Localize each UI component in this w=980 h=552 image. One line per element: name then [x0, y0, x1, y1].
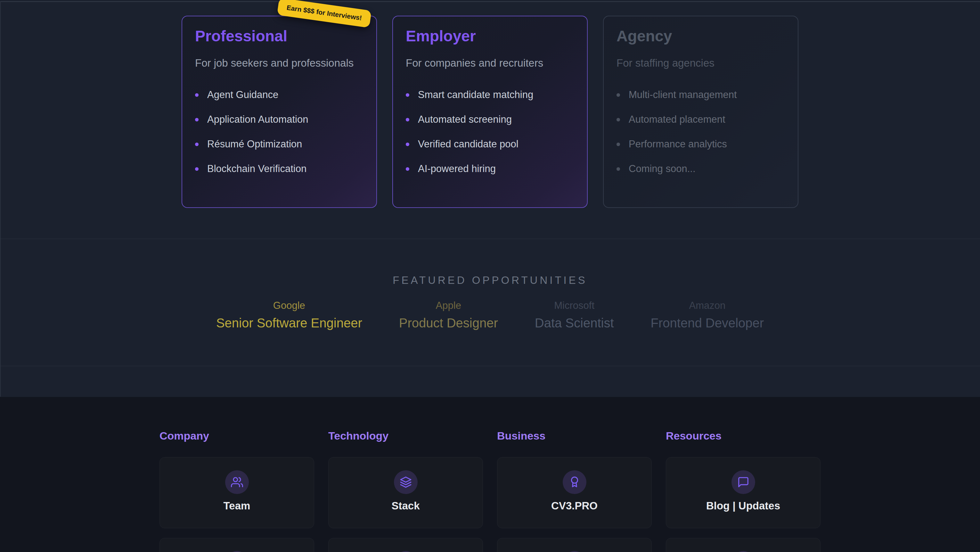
- users-icon: [225, 470, 249, 494]
- plan-title: Employer: [406, 27, 574, 45]
- bullet-dot-icon: [195, 118, 199, 121]
- plan-title: Professional: [195, 27, 363, 45]
- footer-card-team[interactable]: Team: [159, 457, 314, 528]
- feature-label: Automated screening: [418, 114, 512, 125]
- page: Earn $$$ for Interviews! Professional Fo…: [0, 0, 980, 552]
- plan-description: For staffing agencies: [617, 57, 785, 69]
- footer-card-blog[interactable]: Blog | Updates: [666, 457, 821, 528]
- feature-item: AI-powered hiring: [406, 163, 574, 175]
- bullet-dot-icon: [195, 142, 199, 146]
- bullet-dot-icon: [406, 118, 409, 121]
- featured-jobs-row: Google Senior Software Engineer Apple Pr…: [0, 300, 980, 330]
- bullet-dot-icon: [406, 93, 409, 97]
- bullet-dot-icon: [617, 167, 620, 171]
- feature-item: Résumé Optimization: [195, 139, 363, 150]
- footer-card-label: CV3.PRO: [551, 500, 598, 512]
- featured-opportunities-section: FEATURED OPPORTUNITIES Google Senior Sof…: [0, 239, 980, 366]
- bullet-dot-icon: [617, 93, 620, 97]
- plan-description: For companies and recruiters: [406, 57, 574, 69]
- footer-card-partial[interactable]: [328, 538, 483, 552]
- job-company: Google: [216, 300, 362, 311]
- plan-description: For job seekers and professionals: [195, 57, 363, 69]
- footer-card-partial[interactable]: [159, 538, 314, 552]
- footer-card-label: Team: [224, 500, 250, 512]
- footer-column-resources: Resources Blog | Updates: [666, 430, 821, 552]
- feature-item: Automated placement: [617, 114, 785, 125]
- bullet-dot-icon: [406, 167, 409, 171]
- layers-icon: [394, 470, 418, 494]
- job-company: Amazon: [651, 300, 764, 311]
- footer-card-partial[interactable]: [666, 538, 821, 552]
- pricing-section: Earn $$$ for Interviews! Professional Fo…: [0, 0, 980, 239]
- footer-card-stack[interactable]: Stack: [328, 457, 483, 528]
- left-section-border: [0, 1, 1, 397]
- feature-label: Agent Guidance: [207, 89, 278, 101]
- feature-item: Performance analytics: [617, 139, 785, 150]
- feature-label: Smart candidate matching: [418, 89, 533, 101]
- plan-card-professional[interactable]: Earn $$$ for Interviews! Professional Fo…: [181, 16, 377, 208]
- bullet-dot-icon: [617, 118, 620, 121]
- spacer-strip: [0, 366, 980, 397]
- footer-heading: Resources: [666, 430, 821, 442]
- footer-card-partial[interactable]: [497, 538, 652, 552]
- top-divider: [0, 1, 980, 2]
- bullet-dot-icon: [617, 142, 620, 146]
- bullet-dot-icon: [195, 167, 199, 171]
- footer-heading: Technology: [328, 430, 483, 442]
- feature-item: Smart candidate matching: [406, 89, 574, 101]
- job-role: Frontend Developer: [651, 316, 764, 330]
- feature-label: Performance analytics: [629, 139, 727, 150]
- feature-label: Résumé Optimization: [207, 139, 302, 150]
- plan-title: Agency: [617, 27, 785, 45]
- job-role: Senior Software Engineer: [216, 316, 362, 330]
- footer-heading: Business: [497, 430, 652, 442]
- feature-label: AI-powered hiring: [418, 163, 496, 175]
- footer-card-cv3pro[interactable]: CV3.PRO: [497, 457, 652, 528]
- feature-item: Coming soon...: [617, 163, 785, 175]
- earn-badge: Earn $$$ for Interviews!: [277, 0, 372, 28]
- job-company: Apple: [399, 300, 498, 311]
- plan-feature-list: Smart candidate matching Automated scree…: [406, 89, 574, 175]
- feature-item: Verified candidate pool: [406, 139, 574, 150]
- feature-label: Multi-client management: [629, 89, 737, 101]
- footer-card-label: Stack: [391, 500, 420, 512]
- feature-item: Multi-client management: [617, 89, 785, 101]
- footer-column-company: Company Team: [159, 430, 314, 552]
- job-item-apple[interactable]: Apple Product Designer: [399, 300, 498, 330]
- job-item-google[interactable]: Google Senior Software Engineer: [216, 300, 362, 330]
- plan-card-agency: Agency For staffing agencies Multi-clien…: [603, 16, 799, 208]
- plan-cards-row: Earn $$$ for Interviews! Professional Fo…: [181, 16, 799, 208]
- job-item-amazon[interactable]: Amazon Frontend Developer: [651, 300, 764, 330]
- job-company: Microsoft: [535, 300, 614, 311]
- job-role: Product Designer: [399, 316, 498, 330]
- footer-grid: Company Team Technology Stack: [159, 430, 821, 552]
- feature-item: Automated screening: [406, 114, 574, 125]
- feature-label: Blockchain Verification: [207, 163, 307, 175]
- job-item-microsoft[interactable]: Microsoft Data Scientist: [535, 300, 614, 330]
- feature-label: Verified candidate pool: [418, 139, 519, 150]
- footer-column-technology: Technology Stack: [328, 430, 483, 552]
- footer-column-business: Business CV3.PRO: [497, 430, 652, 552]
- feature-label: Automated placement: [629, 114, 725, 125]
- feature-label: Coming soon...: [629, 163, 695, 175]
- bullet-dot-icon: [195, 93, 199, 97]
- footer: Company Team Technology Stack: [0, 397, 980, 552]
- award-icon: [563, 470, 586, 494]
- feature-label: Application Automation: [207, 114, 308, 125]
- footer-card-label: Blog | Updates: [706, 500, 780, 512]
- feature-item: Agent Guidance: [195, 89, 363, 101]
- footer-heading: Company: [159, 430, 314, 442]
- plan-card-employer[interactable]: Employer For companies and recruiters Sm…: [392, 16, 588, 208]
- chat-bubble-icon: [732, 470, 755, 494]
- job-role: Data Scientist: [535, 316, 614, 330]
- feature-item: Application Automation: [195, 114, 363, 125]
- plan-feature-list: Agent Guidance Application Automation Ré…: [195, 89, 363, 175]
- bullet-dot-icon: [406, 142, 409, 146]
- feature-item: Blockchain Verification: [195, 163, 363, 175]
- featured-title: FEATURED OPPORTUNITIES: [0, 274, 980, 286]
- plan-feature-list: Multi-client management Automated placem…: [617, 89, 785, 175]
